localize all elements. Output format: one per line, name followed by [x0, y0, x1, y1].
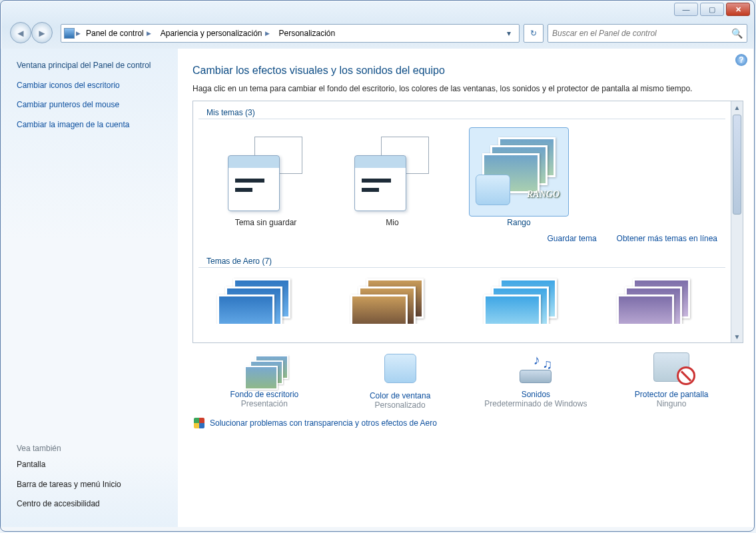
minimize-button[interactable]: —	[674, 3, 698, 16]
breadcrumb-label: Personalización	[279, 29, 336, 38]
page-heading: Cambiar los efectos visuales y los sonid…	[192, 65, 743, 77]
see-also-accessibility[interactable]: Centro de accesibilidad	[17, 499, 167, 510]
refresh-button[interactable]: ↻	[524, 24, 544, 43]
see-also-display[interactable]: Pantalla	[17, 460, 167, 470]
breadcrumb-control-panel[interactable]: Panel de control ▶	[82, 27, 155, 39]
window-frame: — ▢ ✕ ◄ ► ▶ Panel de control ▶ Aparienci…	[0, 0, 755, 532]
navigation-row: ◄ ► ▶ Panel de control ▶ Apariencia y pe…	[1, 1, 754, 49]
theme-mio[interactable]: Mio	[342, 127, 442, 227]
breadcrumb-personalization[interactable]: Personalización	[275, 27, 340, 39]
see-also-header: Vea también	[17, 444, 167, 453]
theme-name-label: Mio	[342, 217, 442, 227]
breadcrumb-label: Panel de control	[86, 29, 144, 38]
theme-name-label: Tema sin guardar	[216, 217, 316, 227]
search-input[interactable]	[552, 29, 731, 38]
screensaver-icon	[650, 352, 693, 387]
nav-history-buttons: ◄ ►	[10, 22, 57, 45]
quick-sounds[interactable]: ♪♫ Sonidos Predeterminado de Windows	[476, 352, 595, 410]
quick-subtitle: Presentación	[204, 399, 324, 408]
quick-settings-row: Fondo de escritorio Presentación Color d…	[192, 343, 743, 412]
breadcrumb-label: Apariencia y personalización	[161, 29, 262, 38]
back-button[interactable]: ◄	[10, 22, 31, 43]
quick-subtitle: Personalizado	[340, 400, 460, 410]
control-panel-icon	[64, 28, 75, 39]
sidebar-link-desktop-icons[interactable]: Cambiar iconos del escritorio	[17, 81, 167, 91]
close-button[interactable]: ✕	[726, 3, 750, 16]
group-title-my-themes: Mis temas (3)	[198, 104, 725, 119]
chevron-right-icon: ▶	[147, 30, 151, 37]
troubleshoot-row: Solucionar problemas con transparencia y…	[192, 412, 743, 430]
more-themes-link[interactable]: Obtener más temas en línea	[617, 234, 717, 243]
aero-themes-group: Temas de Aero (7)	[193, 253, 731, 324]
theme-preview-window-icon	[354, 155, 406, 211]
shield-icon	[194, 418, 204, 428]
aero-theme-1[interactable]	[210, 276, 310, 324]
quick-subtitle: Ninguno	[611, 399, 731, 408]
aero-theme-4[interactable]	[610, 276, 710, 324]
forward-button[interactable]: ►	[31, 22, 53, 43]
main-content: ? Cambiar los efectos visuales y los son…	[178, 49, 754, 527]
address-dropdown-button[interactable]: ▾	[502, 26, 516, 41]
scrollbar-thumb[interactable]	[733, 115, 741, 215]
address-bar[interactable]: ▶ Panel de control ▶ Apariencia y person…	[61, 24, 520, 43]
desktop-background-icon	[243, 352, 286, 387]
quick-title: Sonidos	[476, 390, 595, 399]
troubleshoot-aero-link[interactable]: Solucionar problemas con transparencia y…	[210, 418, 437, 428]
see-also-taskbar[interactable]: Barra de tareas y menú Inicio	[17, 480, 167, 490]
aero-theme-3[interactable]	[477, 276, 577, 324]
sidebar-link-mouse-pointers[interactable]: Cambiar punteros del mouse	[17, 100, 167, 111]
maximize-button[interactable]: ▢	[700, 3, 724, 16]
scroll-up-button[interactable]: ▲	[731, 101, 743, 113]
chevron-right-icon: ▶	[265, 30, 270, 37]
theme-name-label: Rango	[469, 217, 569, 227]
my-themes-group: Mis temas (3) Tema sin guardar	[193, 104, 731, 246]
sidebar-home-link[interactable]: Ventana principal del Panel de control	[17, 61, 167, 71]
theme-unsaved[interactable]: Tema sin guardar	[216, 127, 316, 227]
themes-scroll-panel: Mis temas (3) Tema sin guardar	[192, 101, 743, 343]
breadcrumb-appearance[interactable]: Apariencia y personalización ▶	[157, 27, 274, 39]
search-box[interactable]: 🔍	[548, 24, 747, 43]
theme-preview-window-icon	[228, 155, 280, 211]
quick-title: Color de ventana	[340, 391, 460, 400]
sidebar-link-account-picture[interactable]: Cambiar la imagen de la cuenta	[17, 120, 167, 131]
window-color-icon	[379, 354, 422, 388]
quick-window-color[interactable]: Color de ventana Personalizado	[340, 352, 460, 410]
chevron-right-icon: ▶	[76, 30, 81, 37]
quick-title: Protector de pantalla	[611, 390, 731, 399]
aero-theme-2[interactable]	[344, 276, 444, 324]
sounds-icon: ♪♫	[514, 352, 557, 387]
help-icon[interactable]: ?	[735, 54, 747, 66]
quick-subtitle: Predeterminado de Windows	[476, 399, 595, 408]
window-controls: — ▢ ✕	[674, 3, 750, 16]
sidebar: Ventana principal del Panel de control C…	[1, 49, 178, 527]
quick-title: Fondo de escritorio	[204, 390, 324, 399]
search-icon: 🔍	[731, 28, 743, 39]
quick-screensaver[interactable]: Protector de pantalla Ninguno	[611, 352, 731, 410]
scroll-down-button[interactable]: ▼	[731, 330, 743, 342]
quick-desktop-background[interactable]: Fondo de escritorio Presentación	[204, 352, 324, 410]
group-title-aero: Temas de Aero (7)	[198, 253, 725, 268]
theme-rango[interactable]: RANGO Rango	[469, 127, 569, 227]
scrollbar[interactable]: ▲ ▼	[731, 101, 743, 342]
page-description: Haga clic en un tema para cambiar el fon…	[192, 83, 743, 94]
theme-preview-slideshow-icon: RANGO	[476, 135, 562, 207]
save-theme-link[interactable]: Guardar tema	[548, 234, 597, 243]
refresh-icon: ↻	[530, 29, 537, 38]
